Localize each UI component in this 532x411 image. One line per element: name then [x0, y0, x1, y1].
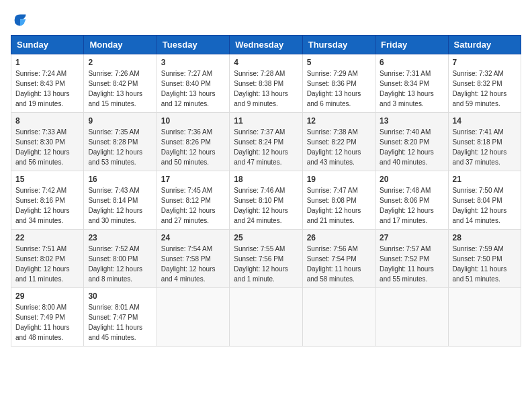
day-detail: Sunrise: 7:24 AMSunset: 8:43 PMDaylight:…	[15, 68, 79, 109]
day-number: 19	[307, 175, 371, 184]
weekday-header-saturday: Saturday	[448, 36, 521, 54]
calendar-day-cell	[448, 288, 521, 347]
day-number: 5	[307, 58, 371, 67]
weekday-header-row: SundayMondayTuesdayWednesdayThursdayFrid…	[11, 36, 521, 54]
day-detail: Sunrise: 7:31 AMSunset: 8:34 PMDaylight:…	[380, 68, 443, 109]
calendar-day-cell: 2Sunrise: 7:26 AMSunset: 8:42 PMDaylight…	[84, 54, 157, 113]
day-number: 13	[380, 116, 443, 126]
day-detail: Sunrise: 8:01 AMSunset: 7:47 PMDaylight:…	[88, 302, 152, 342]
day-detail: Sunrise: 8:00 AMSunset: 7:49 PMDaylight:…	[15, 302, 79, 342]
day-detail: Sunrise: 7:46 AMSunset: 8:10 PMDaylight:…	[234, 185, 298, 226]
day-detail: Sunrise: 7:47 AMSunset: 8:08 PMDaylight:…	[307, 185, 371, 226]
day-detail: Sunrise: 7:33 AMSunset: 8:30 PMDaylight:…	[15, 127, 79, 167]
calendar-day-cell: 21Sunrise: 7:50 AMSunset: 8:04 PMDayligh…	[448, 171, 521, 230]
calendar-day-cell: 3Sunrise: 7:27 AMSunset: 8:40 PMDaylight…	[157, 54, 229, 113]
day-detail: Sunrise: 7:59 AMSunset: 7:50 PMDaylight:…	[453, 244, 517, 284]
calendar-day-cell: 5Sunrise: 7:29 AMSunset: 8:36 PMDaylight…	[302, 54, 375, 113]
day-number: 16	[88, 175, 152, 184]
day-number: 14	[453, 116, 517, 126]
calendar-day-cell	[302, 288, 375, 347]
day-detail: Sunrise: 7:56 AMSunset: 7:54 PMDaylight:…	[307, 244, 371, 284]
day-detail: Sunrise: 7:28 AMSunset: 8:38 PMDaylight:…	[234, 68, 298, 109]
calendar-day-cell: 19Sunrise: 7:47 AMSunset: 8:08 PMDayligh…	[302, 171, 375, 230]
day-detail: Sunrise: 7:26 AMSunset: 8:42 PMDaylight:…	[88, 68, 152, 109]
day-number: 12	[307, 116, 371, 126]
weekday-header-friday: Friday	[375, 36, 448, 54]
day-number: 9	[88, 116, 152, 126]
calendar-week-row: 22Sunrise: 7:51 AMSunset: 8:02 PMDayligh…	[11, 230, 521, 288]
day-number: 10	[161, 116, 225, 126]
calendar-week-row: 8Sunrise: 7:33 AMSunset: 8:30 PMDaylight…	[11, 113, 521, 171]
calendar-day-cell: 26Sunrise: 7:56 AMSunset: 7:54 PMDayligh…	[302, 230, 375, 288]
calendar-day-cell: 8Sunrise: 7:33 AMSunset: 8:30 PMDaylight…	[11, 113, 84, 171]
calendar-day-cell: 1Sunrise: 7:24 AMSunset: 8:43 PMDaylight…	[11, 54, 84, 113]
day-detail: Sunrise: 7:52 AMSunset: 8:00 PMDaylight:…	[88, 244, 152, 284]
calendar-day-cell: 15Sunrise: 7:42 AMSunset: 8:16 PMDayligh…	[11, 171, 84, 230]
calendar-day-cell: 7Sunrise: 7:32 AMSunset: 8:32 PMDaylight…	[448, 54, 521, 113]
day-number: 26	[307, 233, 371, 242]
calendar-day-cell	[230, 288, 302, 347]
day-detail: Sunrise: 7:32 AMSunset: 8:32 PMDaylight:…	[453, 68, 517, 109]
logo	[11, 11, 32, 30]
day-detail: Sunrise: 7:54 AMSunset: 7:58 PMDaylight:…	[161, 244, 225, 284]
day-number: 29	[15, 291, 79, 301]
day-number: 18	[234, 175, 298, 184]
day-number: 20	[380, 175, 443, 184]
calendar-day-cell: 4Sunrise: 7:28 AMSunset: 8:38 PMDaylight…	[230, 54, 302, 113]
day-number: 30	[88, 291, 152, 301]
day-detail: Sunrise: 7:55 AMSunset: 7:56 PMDaylight:…	[234, 244, 298, 284]
day-number: 4	[234, 58, 298, 67]
day-number: 25	[234, 233, 298, 242]
calendar-day-cell: 30Sunrise: 8:01 AMSunset: 7:47 PMDayligh…	[84, 288, 157, 347]
day-detail: Sunrise: 7:38 AMSunset: 8:22 PMDaylight:…	[307, 127, 371, 167]
day-detail: Sunrise: 7:48 AMSunset: 8:06 PMDaylight:…	[380, 185, 443, 226]
calendar-day-cell: 12Sunrise: 7:38 AMSunset: 8:22 PMDayligh…	[302, 113, 375, 171]
calendar-day-cell: 13Sunrise: 7:40 AMSunset: 8:20 PMDayligh…	[375, 113, 448, 171]
calendar-day-cell: 20Sunrise: 7:48 AMSunset: 8:06 PMDayligh…	[375, 171, 448, 230]
calendar-day-cell: 27Sunrise: 7:57 AMSunset: 7:52 PMDayligh…	[375, 230, 448, 288]
day-detail: Sunrise: 7:51 AMSunset: 8:02 PMDaylight:…	[15, 244, 79, 284]
day-number: 27	[380, 233, 443, 242]
day-number: 21	[453, 175, 517, 184]
day-detail: Sunrise: 7:29 AMSunset: 8:36 PMDaylight:…	[307, 68, 371, 109]
calendar-day-cell: 22Sunrise: 7:51 AMSunset: 8:02 PMDayligh…	[11, 230, 84, 288]
calendar-day-cell: 9Sunrise: 7:35 AMSunset: 8:28 PMDaylight…	[84, 113, 157, 171]
page-header	[11, 11, 521, 30]
day-detail: Sunrise: 7:35 AMSunset: 8:28 PMDaylight:…	[88, 127, 152, 167]
calendar-day-cell	[157, 288, 229, 347]
day-detail: Sunrise: 7:57 AMSunset: 7:52 PMDaylight:…	[380, 244, 443, 284]
day-number: 15	[15, 175, 79, 184]
calendar-day-cell: 23Sunrise: 7:52 AMSunset: 8:00 PMDayligh…	[84, 230, 157, 288]
calendar-day-cell: 25Sunrise: 7:55 AMSunset: 7:56 PMDayligh…	[230, 230, 302, 288]
day-detail: Sunrise: 7:41 AMSunset: 8:18 PMDaylight:…	[453, 127, 517, 167]
calendar-table: SundayMondayTuesdayWednesdayThursdayFrid…	[11, 35, 521, 347]
calendar-day-cell: 14Sunrise: 7:41 AMSunset: 8:18 PMDayligh…	[448, 113, 521, 171]
calendar-day-cell: 18Sunrise: 7:46 AMSunset: 8:10 PMDayligh…	[230, 171, 302, 230]
day-number: 23	[88, 233, 152, 242]
day-number: 11	[234, 116, 298, 126]
day-detail: Sunrise: 7:40 AMSunset: 8:20 PMDaylight:…	[380, 127, 443, 167]
calendar-day-cell: 16Sunrise: 7:43 AMSunset: 8:14 PMDayligh…	[84, 171, 157, 230]
day-number: 17	[161, 175, 225, 184]
day-number: 3	[161, 58, 225, 67]
weekday-header-thursday: Thursday	[302, 36, 375, 54]
day-number: 22	[15, 233, 79, 242]
calendar-week-row: 15Sunrise: 7:42 AMSunset: 8:16 PMDayligh…	[11, 171, 521, 230]
day-detail: Sunrise: 7:27 AMSunset: 8:40 PMDaylight:…	[161, 68, 225, 109]
day-detail: Sunrise: 7:37 AMSunset: 8:24 PMDaylight:…	[234, 127, 298, 167]
day-number: 7	[453, 58, 517, 67]
day-number: 8	[15, 116, 79, 126]
calendar-day-cell: 28Sunrise: 7:59 AMSunset: 7:50 PMDayligh…	[448, 230, 521, 288]
day-detail: Sunrise: 7:45 AMSunset: 8:12 PMDaylight:…	[161, 185, 225, 226]
day-number: 28	[453, 233, 517, 242]
day-detail: Sunrise: 7:42 AMSunset: 8:16 PMDaylight:…	[15, 185, 79, 226]
day-number: 6	[380, 58, 443, 67]
calendar-week-row: 29Sunrise: 8:00 AMSunset: 7:49 PMDayligh…	[11, 288, 521, 347]
logo-icon	[11, 11, 30, 30]
weekday-header-monday: Monday	[84, 36, 157, 54]
weekday-header-sunday: Sunday	[11, 36, 84, 54]
calendar-day-cell: 24Sunrise: 7:54 AMSunset: 7:58 PMDayligh…	[157, 230, 229, 288]
weekday-header-tuesday: Tuesday	[157, 36, 229, 54]
calendar-day-cell: 29Sunrise: 8:00 AMSunset: 7:49 PMDayligh…	[11, 288, 84, 347]
day-number: 1	[15, 58, 79, 67]
